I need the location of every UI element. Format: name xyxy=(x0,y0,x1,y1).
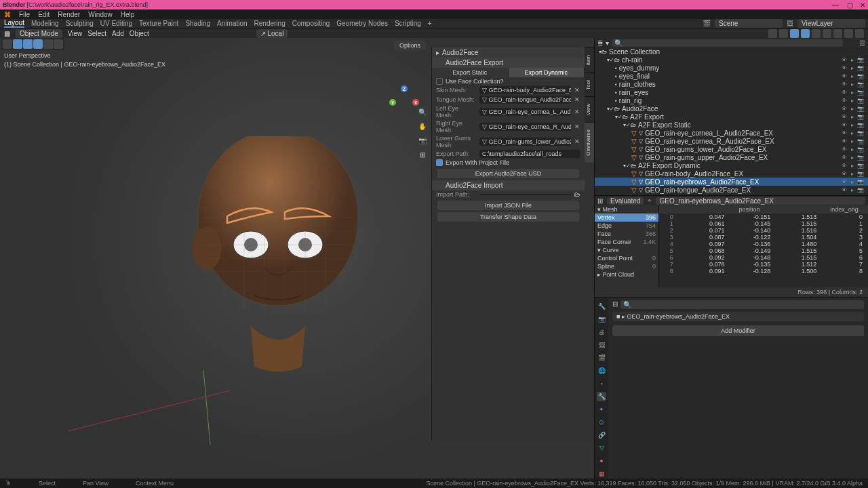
render-icon[interactable]: 📷 xyxy=(857,129,864,136)
domain-row[interactable]: ▸ Point Cloud xyxy=(595,270,658,279)
export-usd-button[interactable]: Export Audio2Face USD xyxy=(437,169,579,178)
tool-scale-icon[interactable] xyxy=(43,39,53,49)
export-proj-checkbox[interactable] xyxy=(436,159,443,166)
tab-animation[interactable]: Animation xyxy=(217,20,247,27)
nav-gizmo[interactable]: Z X Y xyxy=(389,85,419,115)
mesh-field[interactable]: ▽ GEO-rain-body_Audio2Face_EX xyxy=(479,86,571,94)
domain-row[interactable]: ▾ Curve xyxy=(595,246,658,254)
zoom-icon[interactable]: 🔍 xyxy=(416,106,429,118)
tool-transform-icon[interactable] xyxy=(54,39,63,49)
visibility-icon[interactable]: 👁 xyxy=(841,97,848,104)
render-icon[interactable]: 📷 xyxy=(857,73,864,79)
shading-rendered-icon[interactable] xyxy=(855,29,864,38)
selectable-icon[interactable]: ▸ xyxy=(849,129,856,136)
import-path-input[interactable] xyxy=(479,194,572,195)
visibility-icon[interactable]: 👁 xyxy=(841,105,848,112)
tree-row[interactable]: ▽▽GEO_rain-eyebrows_Audio2Face_EX👁▸📷 xyxy=(595,178,868,186)
material-icon[interactable]: ● xyxy=(597,456,606,466)
shading-preview-icon[interactable] xyxy=(844,29,853,38)
tab-geonodes[interactable]: Geometry Nodes xyxy=(336,20,388,27)
visibility-icon[interactable]: 👁 xyxy=(841,170,848,177)
data-icon[interactable]: ▽ xyxy=(597,443,606,453)
selectable-icon[interactable]: ▸ xyxy=(849,105,856,112)
tree-row[interactable]: ▪eyes_final👁▸📷 xyxy=(595,72,868,80)
transfer-button[interactable]: Transfer Shape Data xyxy=(437,212,579,222)
snap-icon[interactable] xyxy=(768,29,777,38)
constraint-icon[interactable]: 🔗 xyxy=(597,430,606,440)
modifier-icon[interactable]: 🔧 xyxy=(597,392,606,401)
render-icon[interactable]: 📷 xyxy=(857,81,864,87)
minimize-button[interactable]: — xyxy=(832,1,839,9)
selectable-icon[interactable]: ▸ xyxy=(849,162,856,169)
render-icon[interactable]: 📷 xyxy=(857,146,864,152)
visibility-icon[interactable]: 👁 xyxy=(841,178,848,185)
visibility-icon[interactable]: 👁 xyxy=(841,121,848,128)
tab-rendering[interactable]: Rendering xyxy=(254,20,285,27)
persp-icon[interactable]: ⊞ xyxy=(416,148,429,161)
close-button[interactable]: ✕ xyxy=(860,1,865,9)
editor-type-icon[interactable]: ⊞ xyxy=(597,197,603,205)
tab-layout[interactable]: Layout xyxy=(4,19,24,28)
world-icon[interactable]: 🌐 xyxy=(597,366,606,375)
tree-row[interactable]: ▪eyes_dummy👁▸📷 xyxy=(595,64,868,72)
xray-icon[interactable] xyxy=(812,29,821,38)
domain-row[interactable]: Spline0 xyxy=(595,262,658,270)
scene-field[interactable]: Scene xyxy=(715,19,783,28)
selectable-icon[interactable]: ▸ xyxy=(849,97,856,104)
render-icon[interactable]: 📷 xyxy=(857,89,864,96)
maximize-button[interactable]: ▢ xyxy=(847,1,853,9)
tree-row[interactable]: ▽▽GEO_rain-tongue_Audio2Face_EX👁▸📷 xyxy=(595,186,868,194)
texture-icon[interactable]: ▦ xyxy=(597,469,606,479)
mesh-field[interactable]: ▽ GEO_rain-eye_cornea_R_Audio2Face_EX xyxy=(479,123,571,131)
visibility-icon[interactable]: 👁 xyxy=(841,138,848,144)
render-icon[interactable]: 📷 xyxy=(857,186,864,193)
outliner-search[interactable]: 🔍 xyxy=(612,39,843,47)
tree-row[interactable]: ▾🗁Scene Collection xyxy=(595,47,868,56)
tool-move-icon[interactable] xyxy=(23,39,33,49)
visibility-icon[interactable]: 👁 xyxy=(841,162,848,169)
a2f-export-header[interactable]: Audio2Face Export xyxy=(432,58,585,68)
object-icon[interactable]: ▫ xyxy=(597,379,606,388)
selectable-icon[interactable]: ▸ xyxy=(849,64,856,71)
tab-view[interactable]: View xyxy=(585,96,594,122)
overlay-toggle-icon[interactable] xyxy=(801,29,810,38)
folder-icon[interactable]: 🗁 xyxy=(574,191,580,198)
visibility-icon[interactable]: 👁 xyxy=(841,64,848,71)
clear-icon[interactable]: ✕ xyxy=(574,123,580,130)
a2f-import-header[interactable]: Audio2Face Import xyxy=(432,180,585,190)
object-name[interactable]: GEO_rain-eyebrows_Audio2Face_EX xyxy=(656,197,865,205)
menu-render[interactable]: Render xyxy=(58,11,80,18)
shading-wire-icon[interactable] xyxy=(823,29,831,38)
viewlayer-field[interactable]: ViewLayer xyxy=(797,19,865,28)
menu-view[interactable]: View xyxy=(68,30,83,37)
visibility-icon[interactable]: 👁 xyxy=(841,56,848,63)
shading-solid-icon[interactable] xyxy=(833,29,842,38)
pin-icon[interactable]: ⌖ xyxy=(648,197,652,205)
render-icon[interactable]: 📷 xyxy=(857,162,864,169)
clear-icon[interactable]: ✕ xyxy=(574,108,580,115)
menu-edit[interactable]: Edit xyxy=(38,11,50,18)
mesh-field[interactable]: ▽ GEO_rain-eye_cornea_L_Audio2Face_EX xyxy=(479,108,571,116)
tab-item[interactable]: Item xyxy=(585,47,594,73)
tree-row[interactable]: ▾✓🗁A2F Export Static👁▸📷 xyxy=(595,121,868,129)
tree-row[interactable]: ▪rain_clothes👁▸📷 xyxy=(595,80,868,88)
outliner-tree[interactable]: ▾🗁Scene Collection▾✓🗁ch-rain👁▸📷▪eyes_dum… xyxy=(595,47,868,195)
tab-static[interactable]: Export Static xyxy=(432,68,509,77)
tab-omniverse[interactable]: Omniverse xyxy=(585,122,594,163)
render-icon[interactable]: 📷 xyxy=(857,121,864,128)
tool-icon[interactable]: 🔧 xyxy=(597,302,606,311)
proportional-icon[interactable] xyxy=(779,29,788,38)
orientation-dropdown[interactable]: ↗ Local xyxy=(256,29,288,38)
tree-row[interactable]: ▾✓🗁A2F Export Dynamic👁▸📷 xyxy=(595,161,868,169)
menu-window[interactable]: Window xyxy=(88,11,113,18)
domain-row[interactable]: Control Point0 xyxy=(595,254,658,262)
selectable-icon[interactable]: ▸ xyxy=(849,121,856,128)
render-icon[interactable]: 📷 xyxy=(857,56,864,63)
pan-icon[interactable]: ✋ xyxy=(416,120,429,132)
tree-row[interactable]: ▪rain_eyes👁▸📷 xyxy=(595,88,868,96)
mode-dropdown[interactable]: Object Mode xyxy=(16,29,62,38)
menu-help[interactable]: Help xyxy=(121,11,135,18)
editor-type-icon[interactable]: ▦ xyxy=(4,30,10,37)
visibility-icon[interactable]: 👁 xyxy=(841,113,848,120)
selectable-icon[interactable]: ▸ xyxy=(849,138,856,144)
